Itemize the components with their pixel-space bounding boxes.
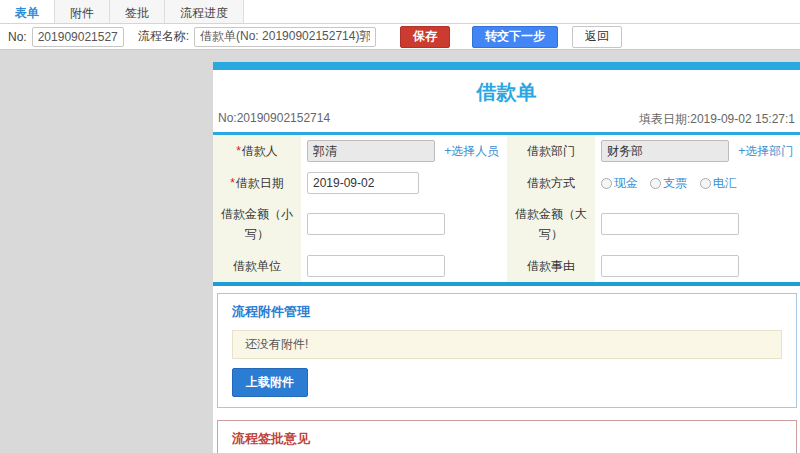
amount-lowercase-label: 借款金额（小写）	[213, 199, 301, 250]
amount-uppercase-label: 借款金额（大写）	[507, 199, 595, 250]
borrow-reason-input[interactable]	[601, 255, 739, 277]
borrow-department-input[interactable]	[601, 140, 729, 162]
radio-check-label[interactable]: 支票	[663, 176, 687, 190]
attachment-section-title: 流程附件管理	[232, 303, 782, 321]
borrow-unit-label: 借款单位	[213, 250, 301, 284]
upload-attachment-button[interactable]: 上载附件	[232, 368, 308, 397]
borrower-input[interactable]	[307, 140, 435, 162]
borrow-reason-label: 借款事由	[507, 250, 595, 284]
tab-approval[interactable]: 签批	[110, 0, 165, 23]
radio-cash[interactable]	[601, 178, 612, 189]
tab-attachments[interactable]: 附件	[55, 0, 110, 23]
fill-date-text: 填表日期:2019-09-02 15:27:1	[639, 111, 795, 128]
document-title: 借款单	[213, 70, 800, 111]
next-step-button[interactable]: 转交下一步	[472, 26, 558, 48]
select-person-link[interactable]: +选择人员	[444, 144, 499, 158]
tab-process-progress[interactable]: 流程进度	[165, 0, 244, 23]
borrower-label: *借款人	[213, 134, 301, 168]
form-header-bar: No: 流程名称: 保存 转交下一步 返回	[0, 24, 800, 50]
borrow-method-label: 借款方式	[507, 167, 595, 199]
table-row: *借款人 +选择人员 借款部门 +选择部门	[213, 134, 800, 168]
radio-cash-label[interactable]: 现金	[614, 176, 638, 190]
table-row: 借款单位 借款事由	[213, 250, 800, 284]
select-department-link[interactable]: +选择部门	[738, 144, 793, 158]
back-button[interactable]: 返回	[572, 26, 622, 48]
save-button[interactable]: 保存	[400, 26, 450, 48]
approval-section: 流程签批意见 B I abc ⌫ ∞ ∞ ⚑ ≡ ≡ ⇤ ⇥ ” 样式	[217, 420, 797, 453]
required-mark: *	[230, 176, 235, 190]
attachment-section: 流程附件管理 还没有附件! 上载附件	[217, 293, 797, 408]
document-panel: 借款单 No:20190902152714 填表日期:2019-09-02 15…	[213, 62, 800, 453]
radio-check[interactable]	[650, 178, 661, 189]
loan-form-table: *借款人 +选择人员 借款部门 +选择部门 *借款日期 借款方式 现金 支票 电…	[213, 132, 800, 286]
no-input[interactable]	[32, 27, 124, 47]
radio-wire[interactable]	[700, 178, 711, 189]
no-attachment-message: 还没有附件!	[232, 330, 782, 359]
no-label: No:	[8, 30, 27, 44]
amount-lowercase-input[interactable]	[307, 213, 445, 235]
radio-wire-label[interactable]: 电汇	[713, 176, 737, 190]
process-name-label: 流程名称:	[138, 28, 189, 45]
approval-section-title: 流程签批意见	[232, 430, 782, 448]
borrow-date-label: *借款日期	[213, 167, 301, 199]
document-meta-row: No:20190902152714 填表日期:2019-09-02 15:27:…	[213, 111, 800, 132]
borrow-date-input[interactable]	[307, 172, 419, 194]
required-mark: *	[236, 144, 241, 158]
borrow-department-label: 借款部门	[507, 134, 595, 168]
table-row: *借款日期 借款方式 现金 支票 电汇	[213, 167, 800, 199]
process-name-input[interactable]	[194, 27, 376, 47]
tab-form[interactable]: 表单	[0, 0, 55, 23]
table-row: 借款金额（小写） 借款金额（大写）	[213, 199, 800, 250]
tab-bar: 表单 附件 签批 流程进度	[0, 0, 800, 24]
amount-uppercase-input[interactable]	[601, 213, 739, 235]
document-no-text: No:20190902152714	[218, 111, 330, 128]
panel-top-accent-bar	[213, 62, 800, 70]
borrow-unit-input[interactable]	[307, 255, 445, 277]
